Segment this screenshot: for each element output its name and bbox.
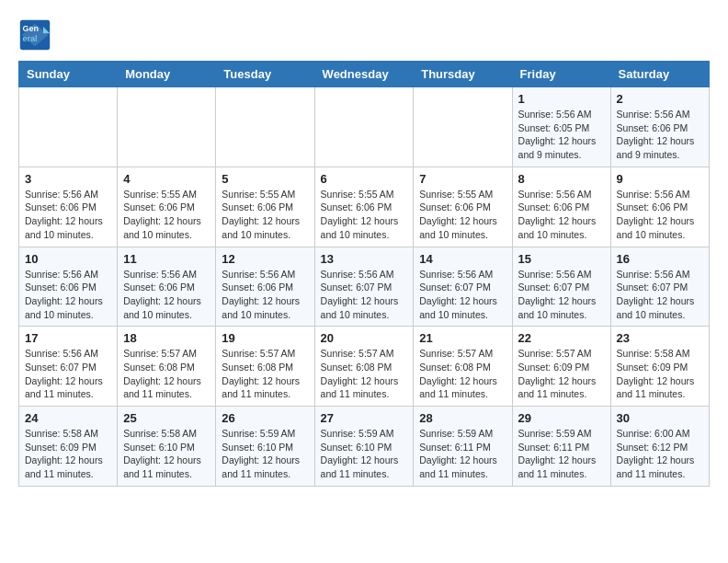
day-info: Sunrise: 5:56 AM Sunset: 6:06 PM Dayligh… [222, 268, 308, 322]
calendar-cell: 17Sunrise: 5:56 AM Sunset: 6:07 PM Dayli… [19, 327, 118, 407]
day-number: 30 [617, 411, 703, 425]
day-number: 15 [518, 252, 605, 266]
logo-icon: Gen eral [18, 18, 51, 52]
calendar-cell: 23Sunrise: 5:58 AM Sunset: 6:09 PM Dayli… [610, 327, 709, 407]
day-info: Sunrise: 5:57 AM Sunset: 6:09 PM Dayligh… [518, 347, 605, 401]
day-info: Sunrise: 5:55 AM Sunset: 6:06 PM Dayligh… [419, 188, 506, 242]
weekday-wednesday: Wednesday [314, 62, 414, 87]
day-number: 25 [123, 411, 210, 425]
calendar-cell: 21Sunrise: 5:57 AM Sunset: 6:08 PM Dayli… [414, 327, 512, 407]
day-number: 29 [518, 411, 605, 425]
day-info: Sunrise: 5:55 AM Sunset: 6:06 PM Dayligh… [321, 188, 408, 242]
calendar-cell: 11Sunrise: 5:56 AM Sunset: 6:06 PM Dayli… [118, 247, 216, 327]
day-number: 4 [123, 172, 210, 186]
day-info: Sunrise: 5:59 AM Sunset: 6:10 PM Dayligh… [321, 427, 408, 481]
day-number: 16 [617, 252, 703, 266]
calendar-week-3: 10Sunrise: 5:56 AM Sunset: 6:06 PM Dayli… [19, 247, 710, 327]
calendar-cell [216, 87, 314, 167]
calendar-cell: 2Sunrise: 5:56 AM Sunset: 6:06 PM Daylig… [610, 87, 709, 167]
svg-text:eral: eral [23, 34, 38, 43]
calendar-header: SundayMondayTuesdayWednesdayThursdayFrid… [19, 62, 710, 87]
day-number: 1 [518, 92, 605, 106]
day-number: 10 [25, 252, 111, 266]
day-info: Sunrise: 5:56 AM Sunset: 6:06 PM Dayligh… [617, 108, 703, 162]
day-number: 27 [321, 411, 408, 425]
day-info: Sunrise: 5:59 AM Sunset: 6:10 PM Dayligh… [222, 427, 308, 481]
calendar-week-2: 3Sunrise: 5:56 AM Sunset: 6:06 PM Daylig… [19, 167, 710, 247]
calendar-cell: 22Sunrise: 5:57 AM Sunset: 6:09 PM Dayli… [512, 327, 610, 407]
day-number: 24 [25, 411, 111, 425]
calendar-cell: 14Sunrise: 5:56 AM Sunset: 6:07 PM Dayli… [414, 247, 512, 327]
day-number: 9 [617, 172, 703, 186]
day-number: 7 [419, 172, 506, 186]
weekday-header-row: SundayMondayTuesdayWednesdayThursdayFrid… [19, 62, 710, 87]
calendar-cell: 24Sunrise: 5:58 AM Sunset: 6:09 PM Dayli… [19, 407, 118, 487]
day-number: 2 [617, 92, 703, 106]
calendar-cell: 7Sunrise: 5:55 AM Sunset: 6:06 PM Daylig… [414, 167, 512, 247]
day-info: Sunrise: 5:56 AM Sunset: 6:06 PM Dayligh… [518, 188, 605, 242]
day-number: 23 [617, 331, 703, 345]
calendar-cell: 15Sunrise: 5:56 AM Sunset: 6:07 PM Dayli… [512, 247, 610, 327]
calendar-cell: 10Sunrise: 5:56 AM Sunset: 6:06 PM Dayli… [19, 247, 118, 327]
calendar-cell: 4Sunrise: 5:55 AM Sunset: 6:06 PM Daylig… [118, 167, 216, 247]
day-info: Sunrise: 5:56 AM Sunset: 6:06 PM Dayligh… [25, 188, 111, 242]
calendar-table: SundayMondayTuesdayWednesdayThursdayFrid… [18, 61, 710, 487]
day-info: Sunrise: 5:57 AM Sunset: 6:08 PM Dayligh… [419, 347, 506, 401]
day-number: 17 [25, 331, 111, 345]
calendar-cell: 3Sunrise: 5:56 AM Sunset: 6:06 PM Daylig… [19, 167, 118, 247]
day-info: Sunrise: 5:56 AM Sunset: 6:06 PM Dayligh… [25, 268, 111, 322]
calendar-cell: 16Sunrise: 5:56 AM Sunset: 6:07 PM Dayli… [610, 247, 709, 327]
day-number: 5 [222, 172, 308, 186]
day-number: 13 [321, 252, 408, 266]
calendar-cell: 5Sunrise: 5:55 AM Sunset: 6:06 PM Daylig… [216, 167, 314, 247]
day-number: 14 [419, 252, 506, 266]
day-info: Sunrise: 5:57 AM Sunset: 6:08 PM Dayligh… [321, 347, 408, 401]
day-number: 28 [419, 411, 506, 425]
day-number: 22 [518, 331, 605, 345]
day-number: 19 [222, 331, 308, 345]
weekday-friday: Friday [512, 62, 610, 87]
day-info: Sunrise: 5:57 AM Sunset: 6:08 PM Dayligh… [222, 347, 308, 401]
calendar-cell [414, 87, 512, 167]
day-info: Sunrise: 6:00 AM Sunset: 6:12 PM Dayligh… [617, 427, 703, 481]
calendar-cell: 20Sunrise: 5:57 AM Sunset: 6:08 PM Dayli… [314, 327, 414, 407]
calendar-cell: 26Sunrise: 5:59 AM Sunset: 6:10 PM Dayli… [216, 407, 314, 487]
day-number: 18 [123, 331, 210, 345]
day-info: Sunrise: 5:58 AM Sunset: 6:10 PM Dayligh… [123, 427, 210, 481]
calendar-week-1: 1Sunrise: 5:56 AM Sunset: 6:05 PM Daylig… [19, 87, 710, 167]
calendar-week-5: 24Sunrise: 5:58 AM Sunset: 6:09 PM Dayli… [19, 407, 710, 487]
calendar-cell: 8Sunrise: 5:56 AM Sunset: 6:06 PM Daylig… [512, 167, 610, 247]
calendar-cell: 9Sunrise: 5:56 AM Sunset: 6:06 PM Daylig… [610, 167, 709, 247]
day-info: Sunrise: 5:56 AM Sunset: 6:07 PM Dayligh… [25, 347, 111, 401]
calendar-cell: 27Sunrise: 5:59 AM Sunset: 6:10 PM Dayli… [314, 407, 414, 487]
weekday-monday: Monday [118, 62, 216, 87]
calendar-body: 1Sunrise: 5:56 AM Sunset: 6:05 PM Daylig… [19, 87, 710, 487]
calendar-cell: 19Sunrise: 5:57 AM Sunset: 6:08 PM Dayli… [216, 327, 314, 407]
day-info: Sunrise: 5:56 AM Sunset: 6:07 PM Dayligh… [518, 268, 605, 322]
calendar-cell: 28Sunrise: 5:59 AM Sunset: 6:11 PM Dayli… [414, 407, 512, 487]
calendar-cell: 29Sunrise: 5:59 AM Sunset: 6:11 PM Dayli… [512, 407, 610, 487]
day-number: 20 [321, 331, 408, 345]
weekday-thursday: Thursday [414, 62, 512, 87]
calendar-cell: 18Sunrise: 5:57 AM Sunset: 6:08 PM Dayli… [118, 327, 216, 407]
day-number: 21 [419, 331, 506, 345]
day-info: Sunrise: 5:57 AM Sunset: 6:08 PM Dayligh… [123, 347, 210, 401]
day-info: Sunrise: 5:59 AM Sunset: 6:11 PM Dayligh… [419, 427, 506, 481]
day-info: Sunrise: 5:58 AM Sunset: 6:09 PM Dayligh… [617, 347, 703, 401]
day-info: Sunrise: 5:56 AM Sunset: 6:05 PM Dayligh… [518, 108, 605, 162]
calendar-cell: 6Sunrise: 5:55 AM Sunset: 6:06 PM Daylig… [314, 167, 414, 247]
day-number: 8 [518, 172, 605, 186]
page-header: Gen eral [18, 18, 710, 52]
day-number: 12 [222, 252, 308, 266]
calendar-cell: 25Sunrise: 5:58 AM Sunset: 6:10 PM Dayli… [118, 407, 216, 487]
logo: Gen eral [18, 18, 55, 52]
day-number: 26 [222, 411, 308, 425]
weekday-saturday: Saturday [610, 62, 709, 87]
calendar-cell: 30Sunrise: 6:00 AM Sunset: 6:12 PM Dayli… [610, 407, 709, 487]
day-info: Sunrise: 5:56 AM Sunset: 6:06 PM Dayligh… [617, 188, 703, 242]
calendar-cell: 13Sunrise: 5:56 AM Sunset: 6:07 PM Dayli… [314, 247, 414, 327]
day-number: 6 [321, 172, 408, 186]
day-info: Sunrise: 5:56 AM Sunset: 6:07 PM Dayligh… [321, 268, 408, 322]
calendar-cell [19, 87, 118, 167]
day-info: Sunrise: 5:56 AM Sunset: 6:07 PM Dayligh… [419, 268, 506, 322]
